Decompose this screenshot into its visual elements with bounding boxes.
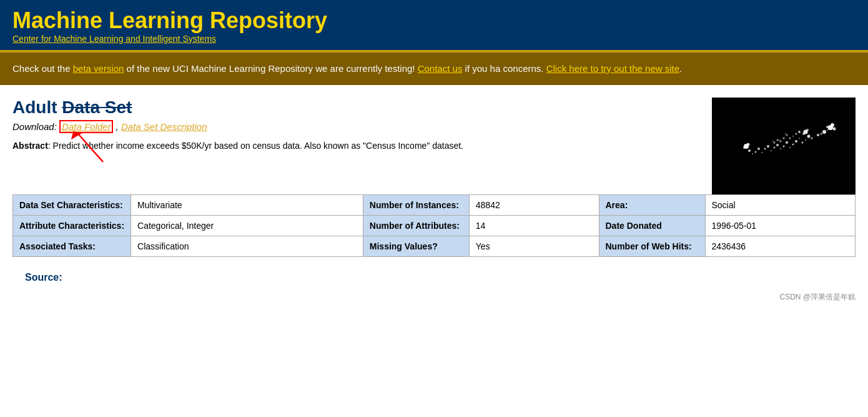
banner-text-end: . (679, 63, 682, 74)
table-cell-label: Number of Attributes: (363, 216, 469, 236)
svg-point-45 (798, 131, 801, 133)
table-cell-value: 1996-05-01 (705, 216, 856, 236)
svg-point-41 (785, 133, 786, 134)
abstract-label: Abstract (12, 141, 48, 151)
table-cell-label: Data Set Characteristics: (13, 195, 131, 216)
try-new-site-link[interactable]: Click here to try out the new site (546, 63, 679, 74)
svg-point-50 (772, 141, 774, 142)
svg-point-32 (828, 128, 831, 130)
table-cell-value: Categorical, Integer (131, 216, 363, 236)
banner-text-after-contact: if you ha concerns. (462, 63, 546, 74)
svg-point-36 (802, 133, 805, 135)
svg-point-49 (774, 142, 776, 144)
svg-point-19 (776, 144, 779, 146)
site-title: Machine Learning Repository (12, 8, 856, 34)
table-cell-value: Yes (469, 236, 599, 257)
title-normal: Adult (12, 98, 62, 117)
table-cell-label: Associated Tasks: (13, 236, 131, 257)
svg-point-11 (802, 142, 804, 144)
info-table: Data Set Characteristics:MultivariateNum… (12, 194, 856, 257)
svg-point-7 (817, 134, 819, 136)
svg-point-6 (827, 129, 828, 131)
subtitle-link[interactable]: Center for Machine Learning and Intellig… (12, 34, 216, 44)
top-left-content: Adult Data Set Download: Data Folder , D… (12, 98, 699, 164)
table-cell-label: Missing Values? (363, 236, 469, 257)
svg-point-20 (774, 147, 776, 149)
svg-point-27 (752, 153, 753, 154)
main-content: Adult Data Set Download: Data Folder , D… (0, 85, 868, 292)
table-cell-label: Number of Web Hits: (599, 236, 705, 257)
abstract-text: Predict whether income exceeds $50K/yr b… (53, 141, 463, 151)
svg-point-38 (747, 143, 750, 146)
svg-point-5 (821, 133, 822, 135)
top-area: Adult Data Set Download: Data Folder , D… (12, 98, 856, 194)
data-set-description-link[interactable]: Data Set Description (121, 121, 207, 132)
table-cell-label: Area: (599, 195, 705, 216)
svg-point-18 (780, 148, 781, 149)
table-cell-label: Attribute Characteristics: (13, 216, 131, 236)
table-cell-value: 14 (469, 216, 599, 236)
contact-us-link[interactable]: Contact us (418, 63, 463, 74)
banner-text-before: Check out the (12, 63, 73, 74)
svg-point-39 (743, 146, 746, 149)
announcement-banner: Check out the beta version of the new UC… (0, 53, 868, 85)
table-cell-label: Date Donated (599, 216, 705, 236)
svg-point-31 (833, 128, 836, 131)
map-svg (712, 98, 856, 194)
svg-point-10 (805, 139, 806, 141)
svg-point-21 (771, 150, 772, 151)
abstract-colon: : (48, 141, 53, 151)
svg-point-51 (777, 139, 779, 141)
table-row: Associated Tasks:ClassificationMissing V… (13, 236, 856, 257)
svg-point-30 (831, 123, 834, 127)
table-cell-value: Multivariate (131, 195, 363, 216)
svg-point-22 (767, 145, 769, 148)
svg-point-4 (822, 130, 826, 134)
map-image (712, 98, 856, 194)
arrow-annotation: Data Folder (59, 121, 116, 132)
dataset-title: Adult Data Set (12, 98, 699, 118)
svg-point-26 (755, 151, 757, 153)
beta-version-link[interactable]: beta version (73, 63, 124, 74)
abstract-section: Abstract: Predict whether income exceeds… (12, 139, 699, 153)
source-heading: Source: (12, 269, 856, 286)
table-cell-value: 48842 (469, 195, 599, 216)
svg-point-13 (795, 140, 797, 143)
table-cell-value: Social (705, 195, 856, 216)
svg-point-14 (792, 144, 794, 146)
svg-point-48 (783, 138, 785, 139)
svg-point-43 (792, 136, 794, 137)
separator: , (116, 121, 121, 132)
svg-point-12 (799, 138, 800, 139)
table-cell-value: 2436436 (705, 236, 856, 257)
download-label: Download: (12, 121, 57, 132)
svg-point-24 (761, 152, 762, 153)
svg-point-9 (807, 135, 811, 138)
svg-point-33 (826, 126, 829, 128)
svg-point-35 (806, 129, 809, 131)
svg-point-25 (757, 148, 760, 150)
table-row: Data Set Characteristics:MultivariateNum… (13, 195, 856, 216)
data-folder-wrapper: Data Folder (59, 120, 113, 133)
svg-point-23 (764, 148, 766, 150)
banner-text-middle: of the new UCI Machine Learning Reposito… (124, 63, 417, 74)
table-cell-label: Number of Instances: (363, 195, 469, 216)
table-cell-value: Classification (131, 236, 363, 257)
svg-point-8 (811, 138, 813, 139)
footer-note: CSDN @萍果倍是年糕 (0, 292, 868, 309)
table-row: Attribute Characteristics:Categorical, I… (13, 216, 856, 236)
svg-point-47 (779, 139, 780, 141)
svg-point-42 (789, 138, 791, 139)
svg-point-40 (786, 134, 788, 136)
page-header: Machine Learning Repository Center for M… (0, 0, 868, 50)
svg-point-17 (783, 146, 785, 148)
table-body: Data Set Characteristics:MultivariateNum… (13, 195, 856, 257)
title-strikethrough: Data Set (62, 98, 132, 117)
download-line: Download: Data Folder , Data Set Descrip… (12, 120, 699, 133)
data-folder-link[interactable]: Data Folder (62, 121, 111, 132)
svg-point-28 (748, 149, 751, 152)
svg-point-15 (789, 147, 791, 148)
svg-point-44 (796, 133, 797, 135)
svg-point-46 (780, 141, 782, 143)
svg-point-16 (786, 141, 788, 144)
